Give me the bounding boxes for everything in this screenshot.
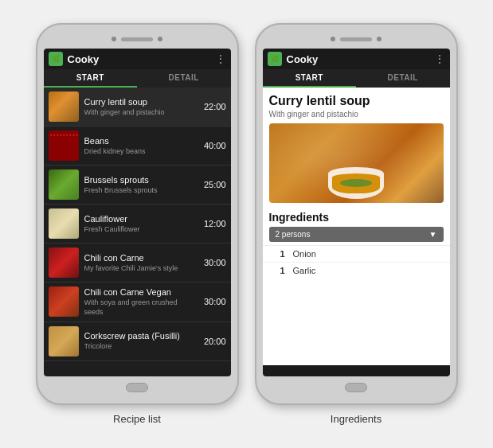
left-home-button[interactable]	[126, 383, 148, 392]
right-speaker	[340, 37, 372, 41]
persons-dropdown[interactable]: 2 persons ▼	[269, 227, 444, 242]
recipe-item-chili[interactable]: Chili con Carne My favorite Chili Jamie'…	[44, 243, 231, 282]
right-phone-bottom-bar	[263, 380, 450, 395]
recipe-name-beans: Beans	[84, 135, 198, 146]
recipe-item-sprouts[interactable]: Brussels sprouts Fresh Brussels sprouts …	[44, 166, 231, 205]
right-app-icon: 🌿	[268, 52, 282, 66]
recipe-time-chili-vegan: 30:00	[204, 297, 226, 306]
recipe-name-curry: Curry lentil soup	[84, 96, 198, 107]
right-phone: 🌿 Cooky ⋮ START DETAIL Curry lentil soup…	[255, 23, 458, 405]
left-menu-icon[interactable]: ⋮	[215, 53, 226, 64]
recipe-name-pasta: Corkscrew pasta (Fusilli)	[84, 330, 198, 341]
recipe-time-pasta: 20:00	[204, 337, 226, 346]
recipe-name-chili: Chili con Carne	[84, 252, 198, 263]
recipe-sub-curry: With ginger and pistachio	[84, 108, 198, 118]
left-app-icon: 🌿	[49, 52, 63, 66]
left-camera	[112, 37, 116, 41]
recipe-item-curry[interactable]: Curry lentil soup With ginger and pistac…	[44, 88, 231, 127]
right-app-header: 🌿 Cooky ⋮	[263, 49, 450, 69]
ingredient-qty-onion: 1	[269, 249, 285, 259]
ingredients-section-title: Ingredients	[263, 208, 450, 227]
detail-bottom-bar	[263, 365, 450, 376]
recipe-info-chili: Chili con Carne My favorite Chili Jamie'…	[84, 252, 198, 274]
recipe-item-cauliflower[interactable]: Cauliflower Fresh Cauliflower 12:00	[44, 205, 231, 243]
recipe-item-beans[interactable]: Beans Dried kidney beans 40:00	[44, 127, 231, 166]
ingredient-name-garlic: Garlic	[293, 266, 316, 275]
recipe-info-curry: Curry lentil soup With ginger and pistac…	[84, 96, 198, 118]
recipe-info-beans: Beans Dried kidney beans	[84, 135, 198, 157]
left-phone-screen: 🌿 Cooky ⋮ START DETAIL Cu	[44, 49, 231, 376]
left-phone-label: Recipe list	[113, 413, 161, 425]
right-tabs: START DETAIL	[263, 69, 450, 88]
persons-label: 2 persons	[276, 230, 311, 239]
recipe-info-sprouts: Brussels sprouts Fresh Brussels sprouts	[84, 174, 198, 196]
right-phone-label: Ingredients	[331, 413, 381, 425]
right-home-button[interactable]	[345, 383, 367, 392]
recipe-thumb-cauliflower	[49, 208, 79, 239]
recipe-info-cauliflower: Cauliflower Fresh Cauliflower	[84, 213, 198, 235]
detail-recipe-title: Curry lentil soup	[263, 88, 450, 110]
recipe-name-sprouts: Brussels sprouts	[84, 174, 198, 185]
recipe-thumb-chili-vegan	[49, 286, 79, 317]
detail-food-image	[269, 123, 444, 203]
left-phone-bottom-bar	[44, 380, 231, 395]
right-phone-top-bar	[263, 33, 450, 45]
left-app-title: Cooky	[68, 53, 210, 65]
right-tab-start[interactable]: START	[263, 69, 357, 88]
ingredient-name-onion: Onion	[293, 249, 316, 259]
recipe-time-beans: 40:00	[204, 141, 226, 150]
right-phone-screen: 🌿 Cooky ⋮ START DETAIL Curry lentil soup…	[263, 49, 450, 376]
detail-screen: Curry lentil soup With ginger and pistac…	[263, 88, 450, 376]
right-tab-detail[interactable]: DETAIL	[356, 69, 450, 88]
left-speaker	[121, 37, 153, 41]
left-phone: 🌿 Cooky ⋮ START DETAIL Cu	[36, 23, 239, 405]
recipe-thumb-beans	[49, 131, 79, 161]
recipe-thumb-pasta	[49, 326, 79, 356]
recipe-list[interactable]: Curry lentil soup With ginger and pistac…	[44, 88, 231, 376]
ingredient-row-garlic: 1 Garlic	[263, 262, 450, 279]
page-wrapper: 🌿 Cooky ⋮ START DETAIL Cu	[0, 15, 493, 433]
recipe-time-curry: 22:00	[204, 102, 226, 111]
recipe-item-pasta[interactable]: Corkscrew pasta (Fusilli) Tricolore 20:0…	[44, 322, 231, 361]
recipe-thumb-chili	[49, 247, 79, 278]
recipe-info-chili-vegan: Chili con Carne Vegan With soya and gree…	[84, 286, 198, 317]
ingredient-qty-garlic: 1	[269, 266, 285, 275]
recipe-sub-chili-vegan: With soya and green crushed seeds	[84, 298, 198, 317]
recipe-time-sprouts: 25:00	[204, 180, 226, 189]
dropdown-arrow-icon: ▼	[429, 230, 437, 239]
left-app-header: 🌿 Cooky ⋮	[44, 49, 231, 69]
recipe-sub-chili: My favorite Chili Jamie's style	[84, 264, 198, 274]
detail-spacer	[263, 279, 450, 365]
recipe-name-chili-vegan: Chili con Carne Vegan	[84, 286, 198, 298]
right-app-title: Cooky	[287, 53, 429, 65]
ingredient-row-onion: 1 Onion	[263, 245, 450, 262]
recipe-thumb-curry	[49, 92, 79, 122]
recipe-sub-pasta: Tricolore	[84, 342, 198, 352]
recipe-sub-beans: Dried kidney beans	[84, 147, 198, 157]
recipe-time-cauliflower: 12:00	[204, 219, 226, 228]
left-phone-top-bar	[44, 33, 231, 45]
left-tabs: START DETAIL	[44, 69, 231, 88]
recipe-thumb-sprouts	[49, 169, 79, 200]
detail-recipe-sub: With ginger and pistachio	[263, 110, 450, 123]
recipe-time-chili: 30:00	[204, 258, 226, 267]
left-camera2	[158, 37, 162, 41]
right-camera	[331, 37, 335, 41]
recipe-sub-sprouts: Fresh Brussels sprouts	[84, 186, 198, 196]
bowl-garnish	[340, 179, 372, 187]
right-phone-container: 🌿 Cooky ⋮ START DETAIL Curry lentil soup…	[255, 23, 458, 425]
recipe-name-cauliflower: Cauliflower	[84, 213, 198, 224]
recipe-item-chili-vegan[interactable]: Chili con Carne Vegan With soya and gree…	[44, 282, 231, 322]
recipe-info-pasta: Corkscrew pasta (Fusilli) Tricolore	[84, 330, 198, 352]
left-phone-container: 🌿 Cooky ⋮ START DETAIL Cu	[36, 23, 239, 425]
right-camera2	[377, 37, 381, 41]
left-tab-detail[interactable]: DETAIL	[137, 69, 231, 88]
right-menu-icon[interactable]: ⋮	[434, 53, 445, 64]
left-tab-start[interactable]: START	[44, 69, 138, 88]
recipe-sub-cauliflower: Fresh Cauliflower	[84, 225, 198, 235]
